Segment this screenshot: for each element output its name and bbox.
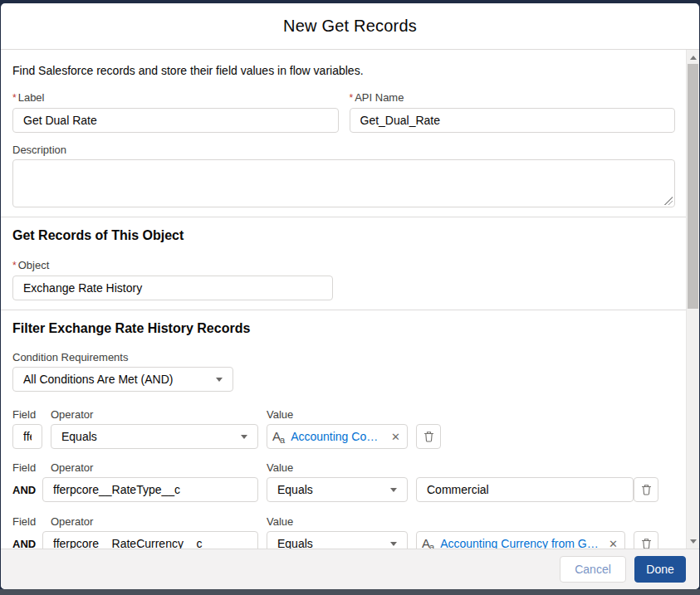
vertical-scrollbar[interactable] xyxy=(686,50,699,549)
value-column-label: Value xyxy=(267,461,408,475)
api-name-field-label-text: API Name xyxy=(355,91,404,104)
label-api-row: *Label *API Name xyxy=(12,90,675,133)
and-condition-label: AND xyxy=(12,538,42,549)
scrollbar-down-arrow[interactable] xyxy=(687,534,699,548)
close-icon[interactable]: ✕ xyxy=(391,431,400,443)
resource-link[interactable]: Accounting Currency from Get_... xyxy=(440,537,604,549)
operator-column-label: Operator xyxy=(51,461,258,475)
api-name-field-label: *API Name xyxy=(350,90,676,105)
condition-requirements-label: Condition Requirements xyxy=(12,350,675,364)
label-field-label: *Label xyxy=(12,90,339,105)
object-field-label-text: Object xyxy=(18,259,50,271)
modal-scroll-content: Find Salesforce records and store their … xyxy=(1,50,686,549)
object-field-group: *Object xyxy=(12,258,333,300)
description-field-label: Description xyxy=(12,143,675,157)
filter-row: Field Operator Value AND Equals xyxy=(12,461,675,502)
filter-field-input[interactable] xyxy=(42,477,258,502)
chevron-down-icon xyxy=(390,488,397,492)
filter-operator-combobox[interactable]: Equals xyxy=(51,424,258,449)
filter-value-resource-pill[interactable]: Aa Accounting Currency from Get_... ✕ xyxy=(416,531,625,549)
value-column-label: Value xyxy=(267,407,408,422)
scrollbar-thumb[interactable] xyxy=(688,64,698,309)
operator-column-label: Operator xyxy=(51,515,258,529)
description-field-group: Description xyxy=(12,143,675,207)
text-type-icon: Aa xyxy=(272,429,286,444)
label-field-label-text: Label xyxy=(18,91,45,104)
description-textarea[interactable] xyxy=(12,159,675,207)
filter-section-heading: Filter Exchange Rate History Records xyxy=(12,321,675,336)
condition-requirements-group: Condition Requirements All Conditions Ar… xyxy=(12,350,675,392)
section-divider xyxy=(1,310,686,310)
filter-operator-value: Equals xyxy=(277,537,390,549)
field-column-label: Field xyxy=(12,461,42,475)
label-field-group: *Label xyxy=(12,90,339,133)
scrollbar-up-arrow[interactable] xyxy=(687,51,699,64)
filter-row: Field Operator Value Equals Aa Accountin… xyxy=(12,407,675,449)
new-get-records-modal: New Get Records Find Salesforce records … xyxy=(1,3,699,589)
modal-header: New Get Records xyxy=(1,3,699,50)
filter-field-input[interactable] xyxy=(12,424,42,449)
intro-text: Find Salesforce records and store their … xyxy=(12,64,675,77)
object-section-heading: Get Records of This Object xyxy=(12,228,675,243)
filter-operator-value: Equals xyxy=(61,430,241,443)
trash-icon xyxy=(423,431,434,442)
and-condition-label: AND xyxy=(12,484,42,496)
close-icon[interactable]: ✕ xyxy=(609,538,618,549)
trash-icon xyxy=(641,484,652,495)
filter-operator-combobox[interactable]: Equals xyxy=(267,477,408,502)
field-column-label: Field xyxy=(12,515,42,529)
operator-column-label: Operator xyxy=(51,407,258,422)
delete-condition-button[interactable] xyxy=(634,531,658,549)
filter-field-input[interactable] xyxy=(42,531,258,549)
done-button[interactable]: Done xyxy=(634,556,686,583)
delete-condition-button[interactable] xyxy=(416,424,441,449)
filter-operator-value: Equals xyxy=(277,483,390,496)
filter-operator-combobox[interactable]: Equals xyxy=(267,531,408,549)
required-asterisk: * xyxy=(12,92,17,104)
condition-requirements-value: All Conditions Are Met (AND) xyxy=(23,373,216,386)
chevron-down-icon xyxy=(390,542,397,546)
required-asterisk: * xyxy=(350,92,354,104)
condition-requirements-combobox[interactable]: All Conditions Are Met (AND) xyxy=(12,367,233,392)
cancel-button[interactable]: Cancel xyxy=(560,556,626,583)
object-input[interactable] xyxy=(12,276,333,300)
field-column-label: Field xyxy=(12,407,42,422)
required-asterisk: * xyxy=(12,260,17,271)
trash-icon xyxy=(641,538,652,549)
object-field-label: *Object xyxy=(12,258,333,273)
resource-link[interactable]: Accounting Company from Get_... xyxy=(291,430,386,443)
section-divider xyxy=(1,217,686,217)
chevron-down-icon xyxy=(216,378,223,382)
canvas-backdrop-strip xyxy=(0,589,700,595)
api-name-input[interactable] xyxy=(350,108,676,133)
delete-condition-button[interactable] xyxy=(634,477,658,502)
filter-row: Field Operator Value AND Equals Aa Accou… xyxy=(12,515,675,549)
filter-value-resource-pill[interactable]: Aa Accounting Company from Get_... ✕ xyxy=(267,424,408,449)
modal-title: New Get Records xyxy=(283,17,417,36)
modal-footer: Cancel Done xyxy=(1,549,699,589)
label-input[interactable] xyxy=(12,108,339,133)
text-type-icon: Aa xyxy=(422,536,435,549)
modal-body: Find Salesforce records and store their … xyxy=(1,50,699,549)
flow-builder-backdrop: { "modal": { "title": "New Get Records",… xyxy=(0,0,700,595)
textarea-resize-handle[interactable] xyxy=(664,197,673,205)
filter-value-input[interactable] xyxy=(416,477,634,502)
triangle-down-icon xyxy=(690,539,697,544)
chevron-down-icon xyxy=(241,435,247,439)
triangle-up-icon xyxy=(690,56,697,60)
api-name-field-group: *API Name xyxy=(350,90,676,133)
value-column-label: Value xyxy=(267,515,408,529)
